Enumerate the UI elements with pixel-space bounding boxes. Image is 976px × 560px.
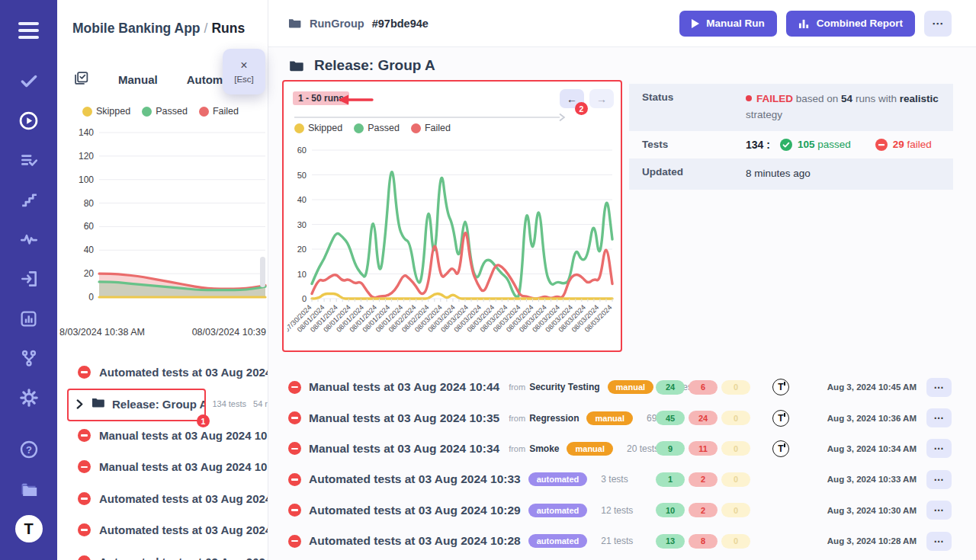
run-title: Automated tests at 03 Aug 2024 10 (99, 366, 268, 379)
folder-icon (287, 16, 302, 30)
run-row-main: Manual tests at 03 Aug 2024 10:35fromReg… (288, 411, 656, 425)
testomat-logo[interactable]: T (0, 509, 57, 549)
skipped-count-pill: 0 (721, 503, 750, 517)
from-label: from (509, 414, 525, 423)
topbar-more-button[interactable]: ⋯ (924, 11, 952, 37)
chevron-right-icon[interactable] (75, 399, 84, 409)
list-check-icon[interactable] (0, 140, 57, 180)
run-list-item[interactable]: Automated tests at 03 Aug 2024 10 (57, 546, 268, 560)
run-timestamp: Aug 3, 2024 10:28 AM (808, 536, 917, 546)
runs-chart-card: 1 - 50 runs ← → 2 Skipped Passed Failed … (282, 80, 622, 352)
panel-scrollbar[interactable] (260, 257, 265, 287)
select-runs-icon[interactable] (73, 70, 89, 89)
nav-rail: ? T (0, 0, 57, 560)
pulse-icon[interactable] (0, 219, 57, 259)
close-icon[interactable]: × (240, 59, 247, 72)
updated-row: Updated 8 minutes ago (629, 158, 953, 190)
branch-icon[interactable] (0, 338, 57, 378)
sign-in-icon[interactable] (0, 259, 57, 299)
run-list-item[interactable]: Automated tests at 03 Aug 2024 10 (57, 357, 268, 388)
svg-text:0: 0 (88, 292, 94, 302)
run-source: Regression (529, 413, 579, 424)
legend-failed: Failed (199, 106, 239, 117)
row-more-button[interactable]: ⋯ (926, 501, 952, 520)
svg-text:120: 120 (79, 151, 94, 162)
row-more-button[interactable]: ⋯ (926, 470, 952, 489)
run-counts: 1380 (656, 534, 753, 549)
skipped-dot-icon (294, 123, 304, 133)
rungroup-id: #97bde94e (372, 18, 429, 30)
failed-status-icon (78, 460, 91, 473)
run-row[interactable]: Automated tests at 03 Aug 2024 10:28auto… (288, 526, 952, 556)
failed-status-icon (78, 429, 91, 442)
failed-status-icon (78, 366, 91, 379)
failed-status-icon (288, 381, 301, 394)
breadcrumb: Mobile Banking App/Runs (72, 21, 245, 37)
runs-line-chart: 010203040506007/30/202408/01/202408/01/2… (287, 139, 620, 347)
testomat-logo-circle: T (15, 515, 43, 542)
failed-count-pill: 2 (689, 472, 718, 487)
run-source-group: fromSmoke (509, 443, 559, 454)
tests-count: 20 tests (627, 443, 659, 454)
run-row-main: Automated tests at 03 Aug 2024 10:28auto… (288, 534, 656, 548)
run-list-item[interactable]: Manual tests at 03 Aug 2024 10:43 (57, 420, 268, 451)
row-more-button[interactable]: ⋯ (926, 378, 952, 397)
analytics-icon[interactable] (0, 299, 57, 338)
combined-report-button[interactable]: Combined Report (786, 11, 915, 37)
panel-chart-xlabels: 8/03/2024 10:38 AM 08/03/2024 10:39 (59, 327, 266, 338)
svg-text:0: 0 (302, 294, 307, 303)
row-more-button[interactable]: ⋯ (926, 439, 952, 458)
rungroup-breadcrumb: RunGroup #97bde94e (287, 16, 429, 30)
passed-count-pill: 9 (656, 441, 685, 456)
run-row-main: Automated tests at 03 Aug 2024 10:33auto… (288, 472, 656, 486)
run-title: Automated tests at 03 Aug 2024 10:29 (309, 504, 521, 517)
run-title: Automated tests at 03 Aug 2024 10 (99, 555, 268, 560)
breadcrumb-project[interactable]: Mobile Banking App (72, 21, 201, 36)
run-row-main: Manual tests at 03 Aug 2024 10:34fromSmo… (288, 442, 656, 456)
bar-chart-icon (798, 18, 810, 29)
run-counts: 1020 (656, 503, 753, 517)
folders-icon[interactable] (0, 469, 57, 509)
failed-status-icon (78, 492, 91, 505)
check-icon[interactable] (0, 61, 57, 101)
rungroup-content: Release: Group A 1 - 50 runs ← → 2 Skipp… (268, 47, 976, 560)
row-more-button[interactable]: ⋯ (926, 408, 952, 427)
next-runs-button[interactable]: → (589, 89, 614, 108)
status-value: FAILED based on 54 runs with realistic s… (746, 91, 939, 123)
gear-icon[interactable] (0, 378, 57, 418)
failed-status-icon (288, 504, 301, 517)
run-counts: 120 (656, 472, 753, 487)
play-circle-icon[interactable] (0, 101, 57, 140)
row-more-button[interactable]: ⋯ (926, 532, 952, 551)
runs-tabs: Manual Automated (73, 70, 246, 89)
run-group-item[interactable]: Release: Group A134 tests54 r (57, 388, 268, 419)
run-row[interactable]: Manual tests at 03 Aug 2024 10:44fromSec… (288, 372, 952, 402)
run-timestamp: Aug 3, 2024 10:36 AM (808, 414, 917, 423)
testomat-icon: T (772, 440, 789, 457)
run-row[interactable]: Manual tests at 03 Aug 2024 10:34fromSmo… (288, 434, 952, 464)
run-source: Security Testing (529, 382, 599, 392)
run-title: Manual tests at 03 Aug 2024 10:35 (309, 411, 499, 425)
run-list-item[interactable]: Manual tests at 03 Aug 2024 10:42 (57, 451, 268, 482)
failed-dot-icon (199, 107, 209, 117)
run-title: Manual tests at 03 Aug 2024 10:43 (99, 429, 268, 442)
run-type-badge: automated (528, 504, 588, 517)
run-type-badge: automated (528, 534, 588, 548)
failed-status-icon (288, 411, 301, 424)
steps-icon[interactable] (0, 180, 57, 219)
tab-manual[interactable]: Manual (118, 73, 158, 86)
menu-icon[interactable] (0, 0, 57, 61)
run-row[interactable]: Automated tests at 03 Aug 2024 10:33auto… (288, 464, 952, 494)
rungroup-info: Status FAILED based on 54 runs with real… (629, 84, 953, 190)
run-row[interactable]: Automated tests at 03 Aug 2024 10:29auto… (288, 495, 952, 526)
failed-dot-icon (746, 95, 752, 101)
run-type-badge: manual (567, 442, 613, 456)
run-row[interactable]: Manual tests at 03 Aug 2024 10:35fromReg… (288, 402, 952, 433)
run-list-item[interactable]: Automated tests at 03 Aug 2024 10 (57, 483, 268, 514)
manual-run-button[interactable]: Manual Run (679, 11, 777, 37)
run-title: Automated tests at 03 Aug 2024 10:33 (309, 472, 521, 486)
app-window: ? T Mobile Banking App/Runs Manual Autom… (0, 0, 976, 560)
help-icon[interactable]: ? (0, 430, 57, 469)
run-list-item[interactable]: Automated tests at 03 Aug 2024 10 (57, 514, 268, 546)
svg-text:20: 20 (297, 245, 307, 254)
